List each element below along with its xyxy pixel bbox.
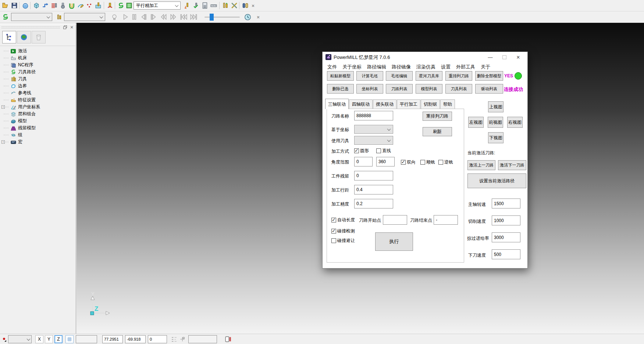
fast-forward-icon[interactable] xyxy=(169,13,177,21)
toolpath-verify-icon[interactable] xyxy=(183,1,191,10)
tab-explorer-web[interactable] xyxy=(17,31,31,43)
view-left-button[interactable]: 左视图 xyxy=(468,117,484,128)
tab-4axis[interactable]: 四轴联动 xyxy=(349,99,373,109)
probe-dropdown[interactable] xyxy=(8,335,32,343)
skim-feed-input[interactable] xyxy=(492,232,520,242)
tab-swivel-head[interactable]: 摆头联动 xyxy=(373,99,396,109)
menu-external-tools[interactable]: 外部工具 xyxy=(456,64,475,70)
delete-all-models-button[interactable]: 删除全部模型 xyxy=(475,71,503,81)
tree-item-tools[interactable]: 刀具 xyxy=(0,76,75,83)
toolpath-name-input[interactable] xyxy=(354,111,393,120)
model-list-button[interactable]: 模型列表 xyxy=(416,84,442,94)
view-bottom-button[interactable]: 下视图 xyxy=(488,132,504,143)
spindle-speed-input[interactable] xyxy=(492,199,520,208)
panel-close-icon[interactable]: ✕ xyxy=(69,25,75,30)
tab-3axis[interactable]: 三轴联动 xyxy=(325,99,349,109)
tolerance-statusbar-input[interactable] xyxy=(188,335,217,343)
paste-new-model-button[interactable]: 粘贴新模型 xyxy=(327,71,354,81)
calculator-icon[interactable] xyxy=(201,1,209,10)
toolpath-check-icon[interactable] xyxy=(192,1,200,10)
tool-holder-icon[interactable] xyxy=(106,1,114,10)
record-icon[interactable] xyxy=(2,337,7,343)
tab-saw[interactable]: 切割锯 xyxy=(421,99,440,109)
points-icon[interactable] xyxy=(85,1,93,10)
toolpath-list-icon[interactable] xyxy=(125,1,133,10)
tab-help[interactable]: 帮助 xyxy=(440,99,455,109)
tree-item-toolpaths[interactable]: 刀具路径 xyxy=(0,69,75,76)
view-right-button[interactable]: 右视图 xyxy=(507,117,523,128)
clipboard-pause-icon[interactable] xyxy=(225,336,231,343)
angle-from-input[interactable] xyxy=(354,157,373,166)
drive-list-button[interactable]: 驱动列表 xyxy=(475,84,503,94)
stock-remain-input[interactable] xyxy=(354,171,393,180)
cutting-feed-input[interactable] xyxy=(492,215,520,225)
climb-checkbox[interactable] xyxy=(420,160,425,165)
play-icon[interactable] xyxy=(121,13,129,21)
pause-icon[interactable] xyxy=(130,13,138,21)
collision-check-icon[interactable] xyxy=(68,1,76,10)
menu-render-sim[interactable]: 渲染仿真 xyxy=(416,64,435,70)
tree-item-macros[interactable]: +宏 xyxy=(0,138,75,145)
tool-pair-icon[interactable] xyxy=(221,1,230,10)
ruler-icon[interactable] xyxy=(210,1,218,10)
menu-coords[interactable]: 关于坐标 xyxy=(342,64,362,70)
tree-item-levels[interactable]: 层和组合 xyxy=(0,110,75,117)
save-icon[interactable] xyxy=(10,1,18,10)
tolerance-input[interactable] xyxy=(354,199,393,208)
bidirectional-checkbox[interactable] xyxy=(401,160,406,165)
tab-explorer-tree[interactable] xyxy=(2,31,16,43)
nc-program-icon[interactable] xyxy=(50,1,58,10)
delete-selected-button[interactable]: 删除已选 xyxy=(327,84,354,94)
tab-explorer-recycle[interactable] xyxy=(32,31,46,43)
tree-item-machine[interactable]: 机床 xyxy=(0,55,75,62)
tree-item-feature-sets[interactable]: 特征设置 xyxy=(0,96,75,103)
step-forward-icon[interactable] xyxy=(149,13,157,21)
conventional-checkbox[interactable] xyxy=(438,160,443,165)
tree-item-groups[interactable]: 组 xyxy=(0,131,75,138)
compute-stock-button[interactable]: 计算毛坯 xyxy=(356,71,383,81)
rearrange-toolpaths-button[interactable]: 重排列刀路 xyxy=(445,71,472,81)
move-anchor-icon[interactable] xyxy=(179,336,185,343)
tool-block-icon[interactable] xyxy=(94,1,102,10)
close-button[interactable]: × xyxy=(512,52,524,63)
grid-size-input[interactable] xyxy=(76,335,97,343)
pattern-icon[interactable] xyxy=(77,1,85,10)
minimize-button[interactable]: — xyxy=(484,52,497,63)
clock-icon[interactable] xyxy=(243,13,252,21)
edit-stock-button[interactable]: 毛坯编辑 xyxy=(386,71,413,81)
toolpath-icon[interactable] xyxy=(41,1,49,10)
execute-button[interactable]: 执行 xyxy=(375,232,413,251)
line-checkbox[interactable] xyxy=(376,148,381,153)
menu-path-mirror[interactable]: 路径镜像 xyxy=(392,64,411,70)
tree-item-models[interactable]: 模型 xyxy=(0,117,75,124)
toolpath-list-button[interactable]: 刀路列表 xyxy=(386,84,413,94)
menu-settings[interactable]: 设置 xyxy=(441,64,451,70)
toolbar-close-icon[interactable]: × xyxy=(250,1,256,10)
tool-list-button[interactable]: 刀具列表 xyxy=(445,84,472,94)
axis-x-button[interactable]: X xyxy=(35,335,43,343)
machining-program-dropdown[interactable]: 平行精加工 xyxy=(134,1,181,10)
sort-icon[interactable] xyxy=(171,337,177,343)
bulb-icon[interactable] xyxy=(110,13,118,21)
view-top-button[interactable]: 上视图 xyxy=(488,101,504,112)
refresh-button[interactable]: 刷新 xyxy=(423,127,452,136)
grid-snap-button[interactable] xyxy=(65,335,74,343)
ball-tool-icon[interactable] xyxy=(59,1,67,10)
expand-icon[interactable]: + xyxy=(1,140,5,144)
end-point-input[interactable] xyxy=(434,215,458,225)
circle-checkbox[interactable] xyxy=(354,148,359,153)
menu-path-edit[interactable]: 路径编辑 xyxy=(367,64,386,70)
block-icon[interactable] xyxy=(32,1,40,10)
menu-file[interactable]: 文件 xyxy=(327,64,337,70)
activate-next-toolpath-button[interactable]: 激活下一刀路 xyxy=(498,160,526,170)
print-preview-icon[interactable] xyxy=(21,1,29,10)
toolbar2-close-icon[interactable]: × xyxy=(255,13,261,21)
crossed-tools-icon[interactable] xyxy=(230,1,238,10)
tree-item-workplanes[interactable]: +用户坐标系 xyxy=(0,103,75,110)
toolpath-select-dropdown[interactable] xyxy=(11,13,52,21)
plunge-feed-input[interactable] xyxy=(492,249,520,259)
axis-z-button[interactable]: Z xyxy=(54,335,63,343)
skip-end-icon[interactable] xyxy=(190,13,198,21)
start-point-input[interactable] xyxy=(383,215,407,225)
collision-check-checkbox[interactable] xyxy=(331,229,336,234)
